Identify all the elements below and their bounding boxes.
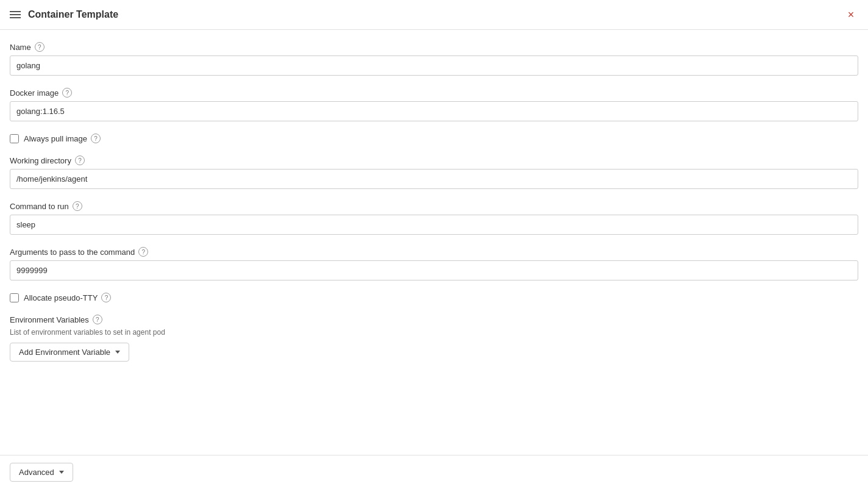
arguments-help-icon[interactable]: ? bbox=[138, 247, 148, 257]
command-to-run-group: Command to run ? bbox=[10, 201, 858, 235]
docker-image-label: Docker image ? bbox=[10, 88, 858, 98]
arguments-input[interactable] bbox=[10, 260, 858, 280]
advanced-button[interactable]: Advanced bbox=[10, 463, 73, 482]
name-help-icon[interactable]: ? bbox=[35, 42, 44, 52]
environment-variables-help-icon[interactable]: ? bbox=[93, 315, 102, 324]
name-input[interactable] bbox=[10, 55, 858, 76]
working-directory-label: Working directory ? bbox=[10, 155, 858, 165]
dialog-body: Name ? Docker image ? Always pull image … bbox=[0, 30, 868, 489]
working-directory-input[interactable] bbox=[10, 169, 858, 189]
allocate-pseudo-tty-label: Allocate pseudo-TTY ? bbox=[24, 293, 111, 302]
environment-variables-description: List of environment variables to set in … bbox=[10, 328, 858, 337]
advanced-section: Advanced bbox=[0, 455, 868, 489]
dialog-header: Container Template × bbox=[0, 0, 868, 30]
add-env-chevron-down-icon bbox=[115, 351, 120, 354]
environment-variables-label: Environment Variables ? bbox=[10, 315, 858, 324]
advanced-chevron-down-icon bbox=[59, 471, 64, 474]
command-to-run-label: Command to run ? bbox=[10, 201, 858, 211]
always-pull-image-label: Always pull image ? bbox=[24, 134, 101, 143]
dialog-title: Container Template bbox=[28, 9, 844, 20]
docker-image-help-icon[interactable]: ? bbox=[62, 88, 72, 98]
always-pull-image-checkbox[interactable] bbox=[10, 134, 19, 143]
close-button[interactable]: × bbox=[844, 7, 858, 22]
environment-variables-section: Environment Variables ? List of environm… bbox=[10, 315, 858, 362]
menu-icon[interactable] bbox=[10, 11, 21, 18]
arguments-label: Arguments to pass to the command ? bbox=[10, 247, 858, 257]
container-template-dialog: Container Template × Name ? Docker image… bbox=[0, 0, 868, 489]
working-directory-help-icon[interactable]: ? bbox=[75, 155, 85, 165]
arguments-group: Arguments to pass to the command ? bbox=[10, 247, 858, 280]
name-group: Name ? bbox=[10, 42, 858, 76]
working-directory-group: Working directory ? bbox=[10, 155, 858, 189]
docker-image-group: Docker image ? bbox=[10, 88, 858, 121]
allocate-pseudo-tty-help-icon[interactable]: ? bbox=[101, 293, 111, 302]
name-label: Name ? bbox=[10, 42, 858, 52]
command-to-run-input[interactable] bbox=[10, 215, 858, 235]
add-environment-variable-button[interactable]: Add Environment Variable bbox=[10, 343, 129, 362]
docker-image-input[interactable] bbox=[10, 101, 858, 121]
command-to-run-help-icon[interactable]: ? bbox=[73, 201, 82, 211]
always-pull-image-help-icon[interactable]: ? bbox=[91, 134, 101, 143]
allocate-pseudo-tty-row: Allocate pseudo-TTY ? bbox=[10, 293, 858, 302]
allocate-pseudo-tty-checkbox[interactable] bbox=[10, 293, 19, 302]
always-pull-image-row: Always pull image ? bbox=[10, 134, 858, 143]
